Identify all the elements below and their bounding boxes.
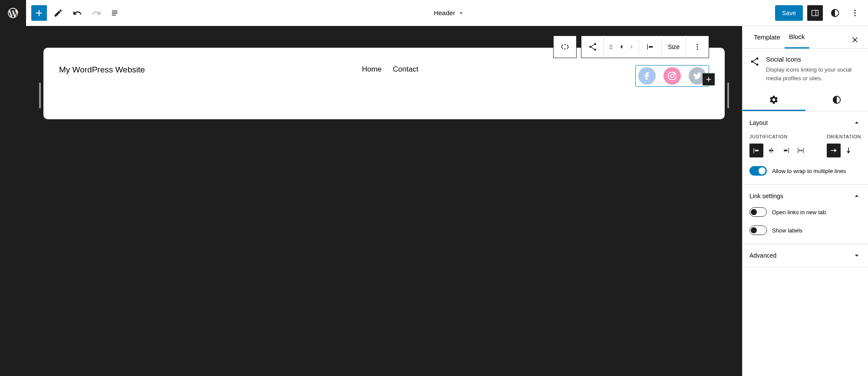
top-toolbar: Header Save [26,0,868,26]
svg-point-6 [589,46,591,48]
justify-center-button[interactable] [764,144,778,157]
svg-point-12 [610,48,611,49]
list-view-button[interactable] [108,5,123,21]
header-template[interactable]: Size My WordPress Website Home Contact [43,48,725,119]
new-tab-label: Open links in new tab [772,209,826,216]
share-icon [749,56,760,82]
svg-point-13 [611,48,612,49]
settings-tab[interactable] [743,89,805,111]
link-settings-panel-header[interactable]: Link settings [743,185,868,207]
sidebar-toggle-button[interactable] [807,5,823,21]
styles-button[interactable] [827,5,843,21]
advanced-title: Advanced [749,252,776,259]
navigation[interactable]: Home Contact [362,65,418,74]
justify-right-button[interactable] [779,144,793,157]
block-description: Display icons linking to your social med… [766,65,861,82]
svg-point-5 [594,43,596,45]
chevron-up-icon [852,192,861,200]
close-sidebar-button[interactable] [847,32,863,48]
styles-icon [832,95,842,105]
svg-point-11 [611,46,612,47]
justify-button[interactable] [639,36,662,58]
save-button[interactable]: Save [775,5,803,21]
admin-bar [0,0,26,376]
orientation-label: Orientation [827,134,861,139]
svg-point-7 [594,49,596,51]
advanced-panel-header[interactable]: Advanced [743,244,868,267]
svg-point-20 [756,58,759,60]
gear-icon [769,95,779,105]
block-inserter-button[interactable] [31,5,47,21]
undo-button[interactable] [69,5,85,21]
chevron-down-icon [458,10,465,16]
svg-point-10 [610,46,611,47]
justify-left-button[interactable] [749,144,763,157]
wrap-toggle[interactable] [749,166,767,176]
link-settings-title: Link settings [749,193,783,199]
justification-label: Justification [749,134,808,139]
share-icon-button[interactable] [581,36,604,58]
tab-template[interactable]: Template [749,26,785,49]
block-options-button[interactable] [686,36,709,58]
facebook-icon[interactable] [638,67,656,85]
editor-canvas-wrap: Size My WordPress Website Home Contact [26,26,742,376]
svg-point-16 [697,49,698,50]
resize-handle-left[interactable] [39,82,41,108]
svg-point-22 [756,64,759,66]
show-labels-label: Show labels [772,227,802,234]
justify-space-between-button[interactable] [794,144,808,157]
add-social-icon-button[interactable] [703,73,715,85]
nav-item[interactable]: Home [362,65,381,74]
tools-button[interactable] [50,5,66,21]
move-down-button[interactable] [627,39,637,55]
social-icons-block[interactable] [635,65,709,87]
show-labels-toggle[interactable] [749,226,767,235]
document-title-text: Header [434,9,455,16]
size-button[interactable]: Size [662,36,686,58]
tab-block[interactable]: Block [785,26,809,49]
new-tab-toggle[interactable] [749,207,767,217]
layout-panel-title: Layout [749,119,768,126]
document-title[interactable]: Header [123,9,775,16]
chevron-down-icon [852,251,861,260]
block-toolbar: Size [553,36,709,58]
site-title[interactable]: My WordPress Website [59,65,145,75]
drag-handle-icon[interactable] [606,39,616,55]
svg-point-14 [697,44,698,45]
layout-panel-header[interactable]: Layout [743,111,868,134]
svg-point-4 [854,15,855,16]
svg-point-18 [670,74,673,77]
options-button[interactable] [847,5,863,21]
block-title: Social Icons [766,56,861,63]
redo-button[interactable] [89,5,104,21]
svg-point-8 [610,45,611,46]
wordpress-logo-icon[interactable] [5,5,21,21]
block-header: Social Icons Display icons linking to yo… [743,49,868,89]
svg-point-2 [854,10,855,11]
svg-point-3 [854,12,855,13]
nav-item[interactable]: Contact [393,65,419,74]
svg-point-15 [697,46,698,48]
instagram-icon[interactable] [663,67,681,85]
orientation-horizontal-button[interactable] [827,144,841,157]
styles-tab[interactable] [805,89,868,111]
svg-point-9 [611,45,612,46]
svg-point-19 [674,73,675,74]
settings-sidebar: Template Block Social Icons Display icon… [742,26,868,376]
move-up-button[interactable] [616,39,627,55]
resize-handle-right[interactable] [727,82,729,108]
svg-point-21 [751,61,753,63]
block-type-button[interactable] [554,36,576,58]
chevron-up-icon [852,118,861,127]
wrap-toggle-label: Allow to wrap to multiple lines [772,168,846,174]
svg-rect-0 [812,10,818,16]
orientation-vertical-button[interactable] [842,144,855,157]
